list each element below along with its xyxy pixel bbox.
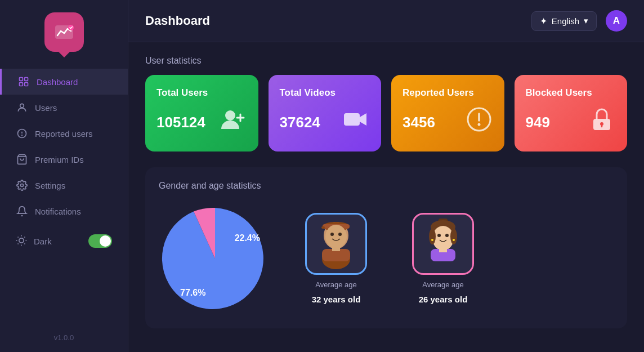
header-actions: ✦ English ▾ A <box>531 10 627 32</box>
dark-mode-label: Dark <box>34 237 52 246</box>
svg-line-15 <box>18 237 19 237</box>
svg-point-48 <box>431 239 433 241</box>
stat-bottom-blocked-users: 949 <box>526 105 616 139</box>
lock-icon <box>588 105 616 139</box>
version-label: v1.0.0 <box>54 333 74 342</box>
avatar-stats: Average age 32 years old <box>305 213 474 304</box>
svg-rect-3 <box>25 78 28 81</box>
sidebar: Dashboard Users Reported users Premium I… <box>0 0 128 352</box>
dark-mode-icon <box>16 235 27 248</box>
svg-point-6 <box>20 104 24 108</box>
dark-mode-toggle[interactable] <box>88 234 112 248</box>
svg-rect-40 <box>332 247 340 251</box>
avatar-stat-male: Average age 32 years old <box>305 213 367 304</box>
stat-value-blocked-users: 949 <box>526 114 550 131</box>
svg-point-11 <box>21 184 24 187</box>
translate-icon: ✦ <box>540 16 547 26</box>
add-user-icon <box>219 105 247 139</box>
sidebar-item-settings-label: Settings <box>35 181 65 190</box>
toggle-knob <box>100 235 111 247</box>
svg-line-19 <box>18 243 19 244</box>
stat-label-total-videos: Total Videos <box>280 87 370 99</box>
svg-point-45 <box>450 229 457 244</box>
person-icon <box>16 101 28 114</box>
svg-point-44 <box>429 229 436 244</box>
dark-mode-toggle-row[interactable]: Dark <box>0 229 128 253</box>
warning-icon <box>465 105 493 139</box>
stat-value-total-videos: 37624 <box>280 114 320 131</box>
female-age-label: Average age <box>422 280 464 289</box>
stat-label-total-users: Total Users <box>156 87 247 99</box>
stat-card-total-users: Total Users 105124 <box>145 75 258 152</box>
svg-point-47 <box>445 234 449 237</box>
stats-grid: Total Users 105124 Total Videos <box>145 75 627 152</box>
page-title: Dashboard <box>145 14 210 28</box>
pie-label-female: 22.4% <box>235 233 260 243</box>
svg-point-27 <box>477 123 480 126</box>
app-logo <box>44 12 84 52</box>
stat-bottom-reported-users: 3456 <box>402 105 493 139</box>
stat-card-blocked-users: Blocked Users 949 <box>515 75 628 152</box>
stat-card-reported-users: Reported Users 3456 <box>391 75 504 152</box>
svg-line-16 <box>24 243 25 244</box>
svg-line-20 <box>24 237 25 237</box>
stat-card-total-videos: Total Videos 37624 <box>269 75 382 152</box>
svg-point-37 <box>338 233 342 236</box>
stat-value-total-users: 105124 <box>156 114 205 131</box>
sidebar-item-notifications-label: Notifications <box>35 207 81 216</box>
pie-chart-container: 77.6% 22.4% <box>159 202 271 315</box>
avatar-stat-female: Average age 26 years old <box>412 213 474 304</box>
sidebar-item-premium-ids[interactable]: Premium IDs <box>0 146 128 172</box>
gender-content: 77.6% 22.4% <box>159 202 614 315</box>
svg-point-12 <box>19 238 24 242</box>
stats-section-title: User statistics <box>145 56 627 66</box>
stat-label-blocked-users: Blocked Users <box>526 87 616 99</box>
sidebar-item-reported-users-label: Reported users <box>35 129 93 139</box>
language-button[interactable]: ✦ English ▾ <box>531 11 597 31</box>
svg-rect-4 <box>20 83 23 86</box>
sidebar-item-reported-users[interactable]: Reported users <box>0 121 128 146</box>
sidebar-item-dashboard-label: Dashboard <box>37 77 78 87</box>
video-icon <box>342 105 370 139</box>
female-avatar-image <box>412 213 474 275</box>
stat-label-reported-users: Reported Users <box>402 87 493 99</box>
grid-icon <box>17 75 30 88</box>
svg-point-21 <box>225 110 235 121</box>
pie-chart-svg <box>159 202 271 315</box>
pie-label-male: 77.6% <box>180 288 205 298</box>
chevron-down-icon: ▾ <box>584 16 588 26</box>
stat-bottom-total-videos: 37624 <box>280 105 370 139</box>
stat-value-reported-users: 3456 <box>402 114 435 131</box>
language-label: English <box>552 16 579 26</box>
header: Dashboard ✦ English ▾ A <box>128 0 644 42</box>
sidebar-item-users-label: Users <box>35 103 57 113</box>
male-age-value: 32 years old <box>312 295 361 304</box>
main-content: Dashboard ✦ English ▾ A User statistics … <box>128 0 644 352</box>
svg-rect-24 <box>344 113 360 126</box>
alert-circle-icon <box>16 127 28 140</box>
svg-rect-34 <box>321 226 325 229</box>
male-age-label: Average age <box>315 280 357 289</box>
gender-age-section: Gender and age statistics 77.6% 22.4% <box>145 167 627 328</box>
user-avatar[interactable]: A <box>606 10 627 32</box>
gender-section-title: Gender and age statistics <box>159 181 614 191</box>
bell-icon <box>16 205 28 217</box>
sidebar-item-settings[interactable]: Settings <box>0 172 128 198</box>
svg-rect-5 <box>25 83 28 86</box>
cart-icon <box>16 153 28 166</box>
sidebar-item-notifications[interactable]: Notifications <box>0 198 128 224</box>
svg-rect-2 <box>20 78 23 81</box>
sidebar-item-users[interactable]: Users <box>0 95 128 121</box>
svg-rect-51 <box>439 248 447 252</box>
sidebar-item-premium-ids-label: Premium IDs <box>35 155 84 164</box>
svg-point-46 <box>437 234 441 237</box>
stat-bottom-total-users: 105124 <box>156 105 247 139</box>
svg-point-49 <box>453 239 455 241</box>
svg-point-36 <box>330 233 334 236</box>
dashboard-content: User statistics Total Users 105124 <box>128 42 644 342</box>
sidebar-item-dashboard[interactable]: Dashboard <box>0 69 128 95</box>
gear-icon <box>16 179 28 191</box>
female-age-value: 26 years old <box>419 295 468 304</box>
male-avatar-image <box>305 213 367 275</box>
svg-point-35 <box>325 225 347 248</box>
